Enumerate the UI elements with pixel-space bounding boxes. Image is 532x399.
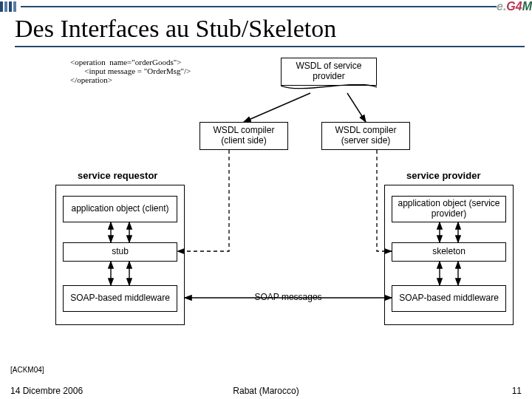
footer-page: 11 — [512, 386, 522, 396]
citation: [ACKM04] — [10, 366, 44, 374]
page-title: Des Interfaces au Stub/Skeleton — [15, 15, 525, 47]
doc-curve-icon — [281, 84, 377, 95]
label-soap-messages: SOAP messages — [244, 288, 332, 307]
svg-line-1 — [347, 93, 366, 122]
box-stub: stub — [63, 242, 177, 262]
logo: e.G4M — [497, 0, 532, 13]
box-wsdl-provider: WSDL of service provider — [281, 58, 377, 86]
box-wsdl-compiler-client: WSDL compiler (client side) — [200, 122, 288, 150]
wsdl-code-snippet: <operation name="orderGoods"> <input mes… — [70, 58, 191, 84]
diagram-canvas: <operation name="orderGoods"> <input mes… — [7, 52, 525, 347]
svg-line-0 — [244, 93, 310, 122]
label-service-provider: service provider — [406, 170, 480, 181]
box-wsdl-compiler-server: WSDL compiler (server side) — [321, 122, 410, 150]
box-soap-mw-left: SOAP-based middleware — [63, 285, 177, 312]
box-skeleton: skeleton — [392, 242, 506, 262]
box-soap-mw-right: SOAP-based middleware — [392, 285, 506, 312]
footer-location: Rabat (Marocco) — [233, 386, 299, 396]
top-decoration: e.G4M — [0, 0, 532, 13]
box-app-client: application object (client) — [63, 196, 177, 222]
box-app-server: application object (service provider) — [392, 196, 506, 222]
label-service-requestor: service requestor — [78, 170, 157, 181]
footer-date: 14 Dicembre 2006 — [10, 386, 83, 396]
